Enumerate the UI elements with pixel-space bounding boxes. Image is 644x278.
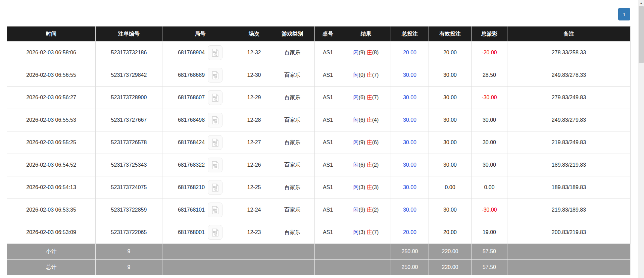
total-bet-link[interactable]: 30.00 — [403, 95, 416, 100]
cell-round-id: 681768001 — [162, 221, 238, 244]
cell-table-no: AS1 — [315, 199, 341, 221]
scroll-up-arrow-icon[interactable]: ▲ — [638, 0, 644, 6]
subtotal-empty-round — [162, 244, 238, 260]
cell-game-type: 百家乐 — [270, 154, 315, 176]
result-player-label: 闲 — [353, 72, 359, 78]
subtotal-empty-session — [238, 244, 270, 260]
total-bet-link[interactable]: 20.00 — [403, 50, 416, 55]
table-body: 2026-02-03 06:58:06 523173732186 6817689… — [7, 42, 631, 244]
cell-valid-bet: 30.00 — [429, 109, 472, 131]
cell-remark: 279.83/249.83 — [507, 87, 631, 109]
cell-session: 12-25 — [238, 176, 270, 199]
video-replay-button[interactable] — [208, 225, 222, 240]
payout-value: 30.00 — [483, 140, 496, 145]
cell-bet-id: 523173732186 — [96, 42, 162, 64]
cell-session: 12-24 — [238, 199, 270, 221]
cell-result: 闲(6) 庄(7) — [341, 87, 391, 109]
cell-session: 12-23 — [238, 221, 270, 244]
result-banker-label: 庄 — [367, 207, 372, 213]
total-bet-link[interactable]: 30.00 — [403, 140, 416, 145]
video-replay-button[interactable] — [208, 45, 222, 60]
column-header-remark: 备注 — [507, 26, 631, 42]
result-player-score: (6) — [359, 95, 365, 100]
cell-valid-bet: 30.00 — [429, 87, 472, 109]
round-id-text: 681768689 — [178, 72, 205, 78]
vertical-scrollbar[interactable]: ▲ — [638, 0, 644, 278]
cell-time: 2026-02-03 06:56:27 — [7, 87, 96, 109]
column-header-bet-id: 注单编号 — [96, 26, 162, 42]
total-bet-link[interactable]: 30.00 — [403, 207, 416, 213]
bet-records-table: 时间注单编号局号场次游戏类别桌号结果总投注有效投注总派彩备注 2026-02-0… — [7, 26, 631, 275]
table-row: 2026-02-03 06:53:35 523173722859 6817681… — [7, 199, 631, 221]
video-replay-button[interactable] — [208, 203, 222, 217]
cell-total-bet: 30.00 — [391, 154, 429, 176]
video-icon — [211, 183, 220, 192]
cell-session: 12-32 — [238, 42, 270, 64]
video-icon — [211, 93, 220, 102]
cell-round-id: 681768424 — [162, 131, 238, 154]
cell-session: 12-30 — [238, 64, 270, 87]
pagination-page-1-button[interactable]: 1 — [618, 8, 630, 20]
subtotal-row: 小计 9 250.00 220.00 57.50 — [7, 244, 631, 260]
total-bet-link[interactable]: 30.00 — [403, 162, 416, 168]
cell-game-type: 百家乐 — [270, 64, 315, 87]
cell-remark: 249.83/279.83 — [507, 109, 631, 131]
video-replay-button[interactable] — [208, 180, 222, 195]
cell-total-bet: 20.00 — [391, 221, 429, 244]
cell-remark: 189.83/219.83 — [507, 154, 631, 176]
cell-bet-id: 523173728900 — [96, 87, 162, 109]
video-replay-button[interactable] — [208, 113, 222, 127]
video-icon — [211, 138, 220, 147]
scrollbar-thumb[interactable] — [639, 6, 644, 63]
video-replay-button[interactable] — [208, 90, 222, 105]
cell-valid-bet: 30.00 — [429, 154, 472, 176]
total-count: 9 — [96, 260, 162, 275]
total-empty-round — [162, 260, 238, 275]
table-row: 2026-02-03 06:54:13 523173724075 6817682… — [7, 176, 631, 199]
cell-round-id: 681768607 — [162, 87, 238, 109]
total-bet-link[interactable]: 30.00 — [403, 117, 416, 123]
total-bet-link[interactable]: 30.00 — [403, 184, 416, 190]
result-banker-score: (7) — [372, 229, 379, 235]
cell-total-bet: 30.00 — [391, 176, 429, 199]
cell-payout: 30.00 — [472, 154, 507, 176]
cell-table-no: AS1 — [315, 42, 341, 64]
result-banker-score: (2) — [372, 207, 379, 213]
column-header-session: 场次 — [238, 26, 270, 42]
video-replay-button[interactable] — [208, 158, 222, 172]
cell-result: 闲(6) 庄(4) — [341, 109, 391, 131]
cell-round-id: 681768689 — [162, 64, 238, 87]
video-icon — [211, 228, 220, 237]
column-header-table-no: 桌号 — [315, 26, 341, 42]
result-player-label: 闲 — [353, 117, 359, 123]
total-bet-link[interactable]: 30.00 — [403, 72, 416, 78]
column-header-game-type: 游戏类别 — [270, 26, 315, 42]
table-row: 2026-02-03 06:54:52 523173725343 6817683… — [7, 154, 631, 176]
cell-game-type: 百家乐 — [270, 87, 315, 109]
result-banker-label: 庄 — [367, 229, 372, 235]
cell-bet-id: 523173729842 — [96, 64, 162, 87]
round-id-text: 681768101 — [178, 207, 205, 213]
cell-payout: -30.00 — [472, 87, 507, 109]
video-replay-button[interactable] — [208, 68, 222, 82]
cell-payout: 0.00 — [472, 176, 507, 199]
video-replay-button[interactable] — [208, 135, 222, 150]
result-player-label: 闲 — [353, 184, 359, 190]
video-icon — [211, 116, 220, 125]
total-bet-link[interactable]: 20.00 — [403, 229, 416, 235]
round-id-text: 681768210 — [178, 184, 205, 190]
cell-time: 2026-02-03 06:55:25 — [7, 131, 96, 154]
result-player-score: (0) — [359, 72, 365, 78]
cell-game-type: 百家乐 — [270, 221, 315, 244]
payout-value: 28.50 — [483, 72, 496, 78]
subtotal-count: 9 — [96, 244, 162, 260]
video-icon — [211, 206, 220, 215]
cell-valid-bet: 30.00 — [429, 199, 472, 221]
cell-round-id: 681768498 — [162, 109, 238, 131]
cell-game-type: 百家乐 — [270, 131, 315, 154]
table-row: 2026-02-03 06:56:55 523173729842 6817686… — [7, 64, 631, 87]
cell-remark: 219.83/189.83 — [507, 199, 631, 221]
result-banker-label: 庄 — [367, 162, 372, 168]
subtotal-label: 小计 — [7, 244, 96, 260]
result-banker-score: (3) — [372, 184, 379, 190]
